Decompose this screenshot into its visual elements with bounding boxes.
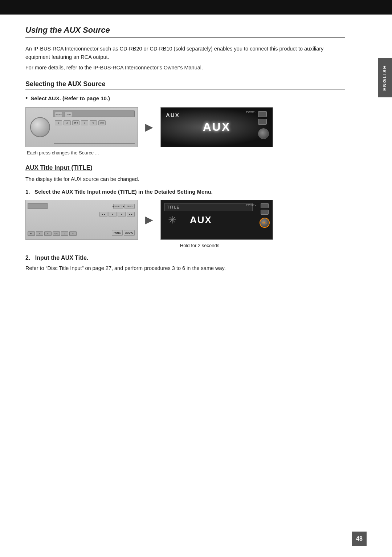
english-tab: ENGLISH	[378, 58, 392, 97]
step2-text: Refer to “Disc Title Input” on page 27, …	[25, 264, 345, 273]
section-title: Using the AUX Source	[25, 25, 345, 38]
title-sun-icon: ✳	[168, 214, 176, 226]
num-btn-1: 1	[55, 120, 62, 125]
title-label-text: TITLE	[167, 205, 180, 209]
device-right-1: AUX AUX PWRFL	[160, 107, 273, 147]
title-right-btn-1	[261, 203, 269, 208]
dev2-mid-btn-1: ◄◄	[99, 212, 107, 217]
step-1: 1. Select the AUX Title Input mode (TITL…	[25, 189, 345, 195]
device-right-2: TITLE ✳ AUX PWRFL SEL	[160, 200, 273, 240]
dev2-slot	[28, 203, 48, 209]
dev2-mid-btn-4: ►►	[127, 212, 135, 217]
dev2-func-btn: FUNC	[112, 230, 123, 236]
dev2-btn-4: ⊙⊙	[53, 231, 60, 236]
title-right-btn-2	[261, 210, 269, 215]
num-btn-2: 2	[64, 120, 71, 125]
device-left-1: MENU DISP 1 2 3▸4 5 6 ⊙⊙	[25, 107, 138, 147]
step1-label: 1. Select the AUX Title Input mode (TITL…	[25, 189, 345, 195]
num-btn-6: ⊙⊙	[98, 120, 106, 125]
intro-line1: An IP-BUS-RCA Interconnector such as CD-…	[25, 45, 345, 61]
pwrfl-label-1: PWRFL	[246, 110, 256, 114]
device-top-buttons-1: MENU DISP	[55, 112, 72, 117]
aux-right-dial-1	[258, 128, 269, 139]
dev2-mid-btn-3: ▼	[118, 212, 126, 217]
dev2-mid-row: ◄◄ ▼ ▼ ►►	[99, 212, 135, 217]
aux-display-1: AUX AUX PWRFL	[161, 108, 273, 147]
dev2-select-btn: ◄SELECT►	[113, 204, 123, 209]
aux-right-btn-1	[258, 111, 267, 117]
device-left-2: ▸4 5 6 ⊙⊙ E II ◄SELECT► BFEG ◄◄ ▼ ▼	[25, 200, 138, 240]
title-label-bar: TITLE	[164, 203, 253, 211]
device-face-1: MENU DISP 1 2 3▸4 5 6 ⊙⊙	[26, 108, 138, 147]
aux-display-top-label: AUX	[166, 112, 180, 118]
dev2-bottom-buttons: ▸4 5 6 ⊙⊙ E II	[28, 231, 77, 236]
subsection2-title: AUX Title Input (TITLE)	[25, 164, 345, 171]
sel-label: SEL	[262, 221, 267, 224]
aux-display-main-text: AUX	[203, 120, 231, 134]
step2-title: 2. Input the AUX Title.	[25, 255, 345, 261]
device-row-2: ▸4 5 6 ⊙⊙ E II ◄SELECT► BFEG ◄◄ ▼ ▼	[25, 200, 345, 240]
step1-caption: Hold for 2 seconds	[54, 243, 345, 248]
device-line-1	[54, 143, 135, 144]
intro-line2: For more details, refer to the IP-BUS-RC…	[25, 64, 345, 72]
dev2-bfeg-btn: BFEG	[124, 204, 135, 209]
device-num-buttons-1: 1 2 3▸4 5 6 ⊙⊙	[55, 120, 106, 125]
dev2-btn-1: ▸4	[28, 231, 35, 236]
dev2-bottom-row: FUNC AUDIO	[112, 230, 135, 236]
num-btn-4: 5	[81, 120, 88, 125]
aux-right-btn-2	[258, 119, 267, 125]
dev2-btn-6: II	[69, 231, 77, 236]
title-right-controls: SEL	[260, 203, 270, 228]
bullet-dot: •	[25, 94, 28, 102]
page-number: 48	[352, 532, 367, 546]
arrow-right-1: ▶	[145, 121, 153, 133]
dev2-audio-btn: AUDIO	[124, 230, 135, 236]
caption-1: Each press changes the Source ...	[27, 150, 345, 156]
subsection1-title: Selecting the AUX Source	[25, 80, 345, 90]
top-bar	[0, 0, 392, 15]
dev2-btn-2: 5	[36, 231, 43, 236]
dev2-btn-3: 6	[44, 231, 52, 236]
pwrfl-label-2: PWRFL	[246, 203, 256, 206]
dev2-top-row: ◄SELECT► BFEG	[113, 204, 135, 209]
title-sel-dial: SEL	[260, 218, 270, 228]
device-row-1: MENU DISP 1 2 3▸4 5 6 ⊙⊙ ▶	[25, 107, 345, 147]
disp-btn: DISP	[64, 112, 72, 117]
dev2-mid-btn-2: ▼	[109, 212, 117, 217]
num-btn-5: 6	[90, 120, 97, 125]
device-knob-1	[30, 117, 50, 137]
dev2-btn-5: E	[61, 231, 68, 236]
bullet-text: Select AUX. (Refer to page 10.)	[30, 95, 110, 101]
subsection2-description: The display title for AUX source can be …	[25, 175, 345, 183]
title-display: TITLE ✳ AUX PWRFL SEL	[161, 200, 273, 239]
num-btn-3: 3▸4	[72, 120, 79, 125]
page-content: Using the AUX Source An IP-BUS-RCA Inter…	[0, 15, 370, 287]
aux-right-controls-1	[258, 111, 269, 139]
arrow-right-2: ▶	[145, 214, 153, 226]
menu-btn: MENU	[55, 112, 63, 117]
title-aux-text: AUX	[190, 214, 212, 225]
device-face-2: ▸4 5 6 ⊙⊙ E II ◄SELECT► BFEG ◄◄ ▼ ▼	[26, 200, 138, 239]
bullet-select-aux: • Select AUX. (Refer to page 10.)	[25, 95, 345, 102]
